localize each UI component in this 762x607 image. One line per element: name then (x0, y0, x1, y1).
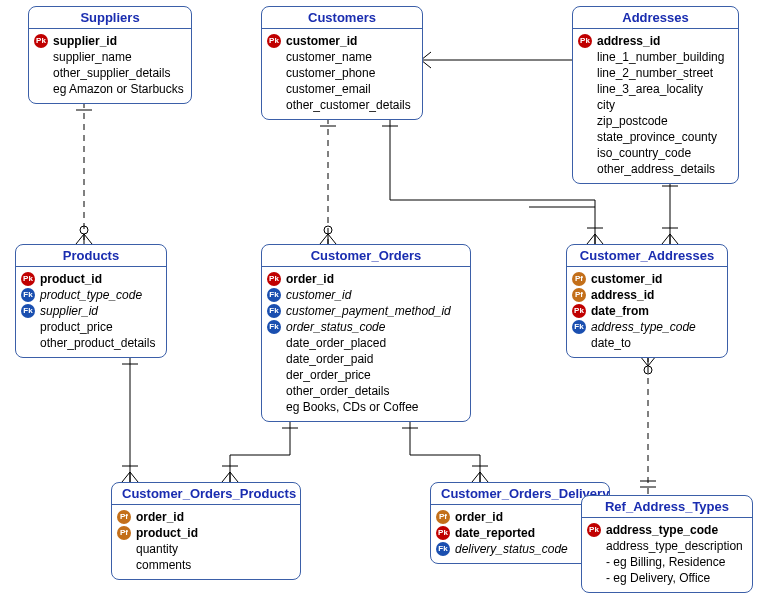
attr-name: order_status_code (286, 319, 385, 335)
key-label: Fk (436, 542, 450, 556)
key-label: Pk (578, 34, 592, 48)
entity-products: ProductsPkproduct_idFkproduct_type_codeF… (15, 244, 167, 358)
fk-key-icon: Fk (266, 304, 282, 318)
svg-line-50 (472, 472, 480, 482)
attr-row: address_type_description (586, 538, 746, 554)
entity-title: Ref_Address_Types (582, 496, 752, 518)
entity-attrs: Pforder_idPfproduct_idquantitycomments (112, 505, 300, 579)
attr-name: date_order_placed (286, 335, 386, 351)
attr-name: der_order_price (286, 367, 371, 383)
entity-attrs: Pkproduct_idFkproduct_type_codeFksupplie… (16, 267, 166, 357)
key-label: Fk (21, 288, 35, 302)
attr-name: supplier_id (40, 303, 98, 319)
entity-title: Products (16, 245, 166, 267)
svg-line-43 (230, 472, 238, 482)
entity-attrs: Pkorder_idFkcustomer_idFkcustomer_paymen… (262, 267, 470, 421)
key-label: Pk (267, 34, 281, 48)
attr-row: eg Books, CDs or Coffee (266, 399, 464, 415)
entity-title: Customers (262, 7, 422, 29)
attr-row: comments (116, 557, 294, 573)
attr-name: other_address_details (597, 161, 715, 177)
attr-name: other_product_details (40, 335, 155, 351)
key-label: Fk (267, 320, 281, 334)
attr-row: date_order_placed (266, 335, 464, 351)
attr-row: Pksupplier_id (33, 33, 185, 49)
pk-key-icon: Pk (435, 526, 451, 540)
attr-row: Pkdate_reported (435, 525, 603, 541)
entity-customer_addresses: Customer_AddressesPfcustomer_idPfaddress… (566, 244, 728, 358)
pk-key-icon: Pk (20, 272, 36, 286)
entity-title: Customer_Addresses (567, 245, 727, 267)
key-label: Pf (117, 526, 131, 540)
key-label: Pk (21, 272, 35, 286)
attr-name: comments (136, 557, 191, 573)
pk-key-icon: Pk (266, 272, 282, 286)
entity-attrs: Pkaddress_idline_1_number_buildingline_2… (573, 29, 738, 183)
attr-name: quantity (136, 541, 178, 557)
entity-rat: Ref_Address_TypesPkaddress_type_codeaddr… (581, 495, 753, 593)
fk-key-icon: Fk (20, 288, 36, 302)
key-label: Pk (572, 304, 586, 318)
svg-point-2 (80, 226, 88, 234)
pf-key-icon: Pf (571, 288, 587, 302)
attr-row: Fkcustomer_payment_method_id (266, 303, 464, 319)
pf-key-icon: Pf (116, 510, 132, 524)
attr-row: Fkaddress_type_code (571, 319, 721, 335)
entity-customers: CustomersPkcustomer_idcustomer_namecusto… (261, 6, 423, 120)
attr-name: date_reported (455, 525, 535, 541)
pk-key-icon: Pk (33, 34, 49, 48)
attr-row: supplier_name (33, 49, 185, 65)
attr-name: other_customer_details (286, 97, 411, 113)
attr-name: order_id (455, 509, 503, 525)
attr-name: zip_postcode (597, 113, 668, 129)
attr-name: city (597, 97, 615, 113)
key-label: Fk (267, 304, 281, 318)
svg-line-42 (222, 472, 230, 482)
attr-name: address_type_description (606, 538, 743, 554)
attr-row: product_price (20, 319, 160, 335)
pf-key-icon: Pf (116, 526, 132, 540)
attr-row: zip_postcode (577, 113, 732, 129)
attr-name: state_province_county (597, 129, 717, 145)
key-label: Pk (436, 526, 450, 540)
attr-row: other_order_details (266, 383, 464, 399)
attr-row: Fkcustomer_id (266, 287, 464, 303)
attr-row: Pfcustomer_id (571, 271, 721, 287)
attr-name: delivery_status_code (455, 541, 568, 557)
attr-row: eg Amazon or Starbucks (33, 81, 185, 97)
svg-point-55 (644, 366, 652, 374)
key-label: Pk (34, 34, 48, 48)
attr-name: line_1_number_building (597, 49, 724, 65)
entity-title: Customer_Orders (262, 245, 470, 267)
attr-row: other_product_details (20, 335, 160, 351)
entity-cop: Customer_Orders_ProductsPforder_idPfprod… (111, 482, 301, 580)
pk-key-icon: Pk (586, 523, 602, 537)
attr-name: address_id (591, 287, 654, 303)
attr-row: line_1_number_building (577, 49, 732, 65)
svg-line-23 (595, 234, 603, 244)
attr-row: Pkaddress_type_code (586, 522, 746, 538)
attr-name: eg Amazon or Starbucks (53, 81, 184, 97)
attr-row: iso_country_code (577, 145, 732, 161)
attr-row: Pfproduct_id (116, 525, 294, 541)
pf-key-icon: Pf (435, 510, 451, 524)
key-label: Pf (572, 272, 586, 286)
attr-row: Pkorder_id (266, 271, 464, 287)
attr-row: Fkproduct_type_code (20, 287, 160, 303)
attr-row: city (577, 97, 732, 113)
attr-name: customer_id (591, 271, 662, 287)
attr-row: customer_email (266, 81, 416, 97)
svg-point-8 (324, 226, 332, 234)
entity-customer_orders: Customer_OrdersPkorder_idFkcustomer_idFk… (261, 244, 471, 422)
attr-name: product_id (40, 271, 102, 287)
attr-row: Pforder_id (435, 509, 603, 525)
attr-row: line_3_area_locality (577, 81, 732, 97)
entity-title: Addresses (573, 7, 738, 29)
pk-key-icon: Pk (571, 304, 587, 318)
attr-row: der_order_price (266, 367, 464, 383)
attr-name: line_2_number_street (597, 65, 713, 81)
attr-name: supplier_id (53, 33, 117, 49)
attr-row: - eg Delivery, Office (586, 570, 746, 586)
attr-name: order_id (286, 271, 334, 287)
svg-line-9 (320, 234, 328, 244)
